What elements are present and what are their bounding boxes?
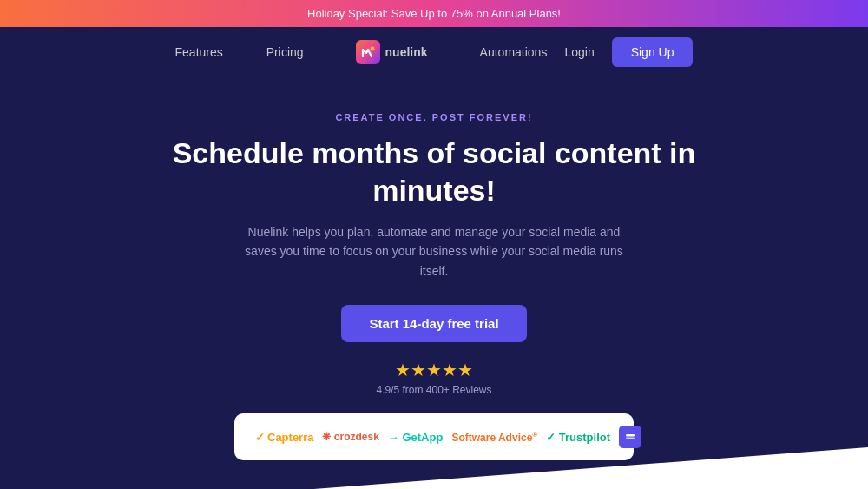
nav-logo[interactable]: nuelink <box>356 40 428 64</box>
logo-icon <box>356 40 380 64</box>
navbar: Features Pricing nuelink Automations Log… <box>0 27 868 77</box>
cta-button[interactable]: Start 14-day free trial <box>341 305 526 342</box>
hero-eyebrow: CREATE ONCE. POST FOREVER! <box>17 112 851 122</box>
nav-left-links: Features Pricing <box>175 45 304 59</box>
hero-subtitle: Nuelink helps you plan, automate and man… <box>234 222 634 281</box>
logo-text: nuelink <box>385 45 428 59</box>
capterra-logo: ✓ Capterra <box>255 431 313 444</box>
nav-right-links: Automations Login Sign Up <box>480 37 694 67</box>
star-rating: ★★★★★ <box>17 360 851 380</box>
nav-login-link[interactable]: Login <box>564 45 594 59</box>
svg-rect-2 <box>626 438 635 440</box>
signup-button[interactable]: Sign Up <box>612 37 694 67</box>
nav-pricing-link[interactable]: Pricing <box>266 45 304 59</box>
hero-section: CREATE ONCE. POST FOREVER! Schedule mont… <box>0 77 868 489</box>
buffer-logo <box>619 426 641 448</box>
rating-text: 4.9/5 from 400+ Reviews <box>17 384 851 396</box>
banner-text: Holiday Special: Save Up to 75% on Annua… <box>307 7 561 20</box>
software-advice-logo: Software Advice® <box>451 431 537 444</box>
nav-automations-link[interactable]: Automations <box>480 45 548 59</box>
crozdesk-logo: ❋ crozdesk <box>322 431 378 443</box>
nav-features-link[interactable]: Features <box>175 45 223 59</box>
svg-rect-1 <box>626 434 635 437</box>
promo-banner: Holiday Special: Save Up to 75% on Annua… <box>0 0 868 27</box>
hero-title: Schedule months of social content in min… <box>165 135 703 208</box>
review-bar: ✓ Capterra ❋ crozdesk → GetApp Software … <box>234 413 634 460</box>
trustpilot-logo: ✓ Trustpilot <box>546 431 610 444</box>
getapp-logo: → GetApp <box>388 431 444 444</box>
svg-point-0 <box>370 47 374 51</box>
